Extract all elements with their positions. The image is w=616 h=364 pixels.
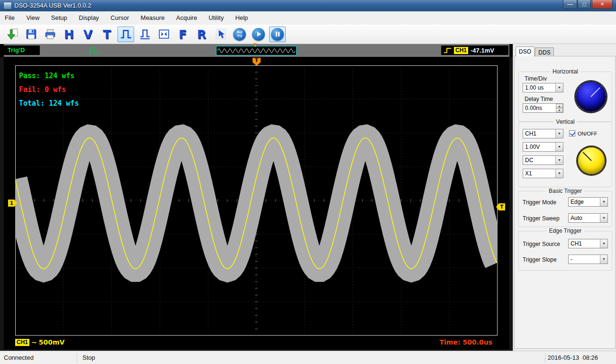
chevron-down-icon[interactable]: ▼ bbox=[600, 239, 607, 248]
trigger-position-marker[interactable]: T bbox=[253, 58, 261, 66]
horizontal-knob[interactable] bbox=[576, 82, 606, 112]
channel-select[interactable]: CH1 ▼ bbox=[523, 129, 563, 138]
fft-button[interactable]: F bbox=[174, 27, 191, 42]
pulse-icon bbox=[120, 28, 132, 40]
setup-grid-icon bbox=[158, 28, 170, 40]
vertical-group-title: Vertical bbox=[553, 118, 577, 125]
coupling-value: DC bbox=[525, 157, 533, 164]
trigger-slope-select[interactable]: - ▼ bbox=[568, 255, 608, 264]
mask-button[interactable] bbox=[136, 27, 153, 42]
trigger-source-select[interactable]: CH1 ▼ bbox=[568, 239, 608, 248]
trigger-level-readout: -47.1mV bbox=[471, 47, 494, 54]
volts-div-select[interactable]: 1.00V ▼ bbox=[523, 142, 563, 152]
maximize-button[interactable]: □ bbox=[578, 0, 591, 9]
menu-utility[interactable]: Utility bbox=[204, 11, 228, 22]
trigger-mode-select[interactable]: Edge ▼ bbox=[568, 197, 608, 207]
pass-fail-button[interactable] bbox=[118, 27, 134, 42]
volts-div-value: 1.00V bbox=[525, 144, 540, 150]
channel-badge: CH1 bbox=[15, 339, 29, 346]
timediv-value: 1.00 us bbox=[525, 84, 544, 91]
vertical-group: Vertical CH1 ▼ ON/OFF 1.00V ▼ DC ▼ X1 ▼ bbox=[518, 122, 612, 187]
title-bar: DSO-3254A USB Ver1.0.0.2 — □ × bbox=[0, 0, 616, 11]
print-button[interactable] bbox=[42, 27, 58, 42]
trigger-panel-button[interactable]: T bbox=[99, 27, 115, 42]
menu-view[interactable]: View bbox=[21, 11, 44, 22]
channel-readout: CH1 ~ 500mV bbox=[15, 337, 64, 347]
total-count: Total: 124 wfs bbox=[19, 97, 79, 110]
pause-button[interactable] bbox=[269, 27, 286, 42]
menu-file[interactable]: File bbox=[0, 11, 19, 22]
chevron-down-icon[interactable]: ▼ bbox=[600, 255, 607, 264]
fail-count: Fail: 0 wfs bbox=[19, 83, 79, 97]
close-button[interactable]: × bbox=[592, 0, 613, 9]
vertical-knob[interactable] bbox=[578, 147, 605, 174]
menu-help[interactable]: Help bbox=[231, 11, 253, 22]
coupling-select[interactable]: DC ▼ bbox=[523, 155, 563, 165]
save-button[interactable] bbox=[23, 27, 39, 42]
autoset-icon: AU TO bbox=[233, 28, 246, 41]
knob-pointer bbox=[583, 152, 592, 161]
print-icon bbox=[44, 28, 56, 40]
chevron-down-icon[interactable]: ▼ bbox=[555, 129, 563, 138]
horizontal-group-title: Horizontal bbox=[550, 68, 580, 75]
trigger-info: CH1 -47.1mV bbox=[441, 46, 508, 55]
trigger-slope-label: Trigger Slope bbox=[523, 256, 557, 263]
chevron-down-icon[interactable]: ▼ bbox=[600, 198, 607, 206]
vertical-panel-button[interactable]: V bbox=[80, 27, 96, 42]
scope-display: Pass: 124 wfs Fail: 0 wfs Total: 124 wfs… bbox=[4, 57, 509, 349]
preview-wave-icon bbox=[217, 47, 295, 54]
play-icon bbox=[252, 28, 265, 41]
spin-up-icon[interactable]: ▲ bbox=[556, 104, 563, 108]
chevron-down-icon[interactable]: ▼ bbox=[555, 83, 563, 92]
chevron-down-icon[interactable]: ▼ bbox=[600, 214, 607, 222]
connection-status: Connected bbox=[4, 354, 34, 361]
minimize-button[interactable]: — bbox=[563, 0, 577, 9]
pass-fail-readout: Pass: 124 wfs Fail: 0 wfs Total: 124 wfs bbox=[19, 69, 79, 110]
menu-setup[interactable]: Setup bbox=[46, 11, 72, 22]
onoff-label: ON/OFF bbox=[578, 131, 598, 136]
channel-value: CH1 bbox=[525, 130, 536, 137]
menu-cursor[interactable]: Cursor bbox=[106, 11, 134, 22]
coupling-symbol: ~ bbox=[31, 337, 37, 347]
delay-value: 0.00ns bbox=[525, 105, 542, 111]
datetime: 2016-05-13 08:26 bbox=[548, 354, 598, 361]
edge-trigger-group: Edge Trigger Trigger Source CH1 ▼ Trigge… bbox=[518, 231, 612, 271]
open-icon bbox=[6, 28, 18, 40]
probe-select[interactable]: X1 ▼ bbox=[523, 169, 563, 178]
fft-icon: F bbox=[179, 27, 187, 41]
default-setup-button[interactable] bbox=[155, 27, 172, 42]
record-button[interactable]: R bbox=[193, 27, 210, 42]
tab-dso[interactable]: DSO bbox=[516, 46, 534, 56]
menu-display[interactable]: Display bbox=[74, 11, 104, 22]
open-button[interactable] bbox=[4, 27, 20, 42]
record-icon: R bbox=[197, 27, 206, 41]
save-icon bbox=[25, 28, 37, 40]
menu-acquire[interactable]: Acquire bbox=[172, 11, 202, 22]
vertical-icon: V bbox=[83, 27, 92, 41]
autoset-label-bottom: TO bbox=[237, 34, 243, 38]
autoset-button[interactable]: AU TO bbox=[231, 27, 248, 42]
run-button[interactable] bbox=[250, 27, 267, 42]
waveform-area[interactable]: Pass: 124 wfs Fail: 0 wfs Total: 124 wfs bbox=[15, 65, 498, 336]
horizontal-panel-button[interactable]: H bbox=[61, 27, 77, 42]
menu-measure[interactable]: Measure bbox=[136, 11, 170, 22]
trigger-sweep-value: Auto bbox=[571, 215, 582, 221]
pulse-status-icon bbox=[87, 46, 100, 55]
timediv-label: Time/Div bbox=[525, 75, 547, 82]
timediv-select[interactable]: 1.00 us ▼ bbox=[523, 83, 563, 92]
trigger-slope-value: - bbox=[571, 256, 572, 263]
spin-down-icon[interactable]: ▼ bbox=[556, 108, 563, 112]
cursor-button[interactable] bbox=[212, 27, 229, 42]
delay-spinner[interactable]: 0.00ns ▲ ▼ bbox=[523, 103, 563, 113]
chevron-down-icon[interactable]: ▼ bbox=[555, 143, 563, 151]
trigger-status: Trig'D bbox=[4, 46, 40, 55]
trigger-mode-value: Edge bbox=[571, 199, 584, 205]
chevron-down-icon[interactable]: ▼ bbox=[555, 156, 563, 164]
tab-dds[interactable]: DDS bbox=[535, 47, 554, 56]
status-strip: Trig'D T CH1 -47.1mV bbox=[4, 44, 509, 57]
horizontal-icon: H bbox=[64, 27, 74, 41]
channel-on-off-checkbox[interactable] bbox=[569, 130, 575, 136]
trigger-source-value: CH1 bbox=[571, 240, 582, 247]
chevron-down-icon[interactable]: ▼ bbox=[555, 169, 563, 178]
trigger-sweep-select[interactable]: Auto ▼ bbox=[568, 213, 608, 223]
